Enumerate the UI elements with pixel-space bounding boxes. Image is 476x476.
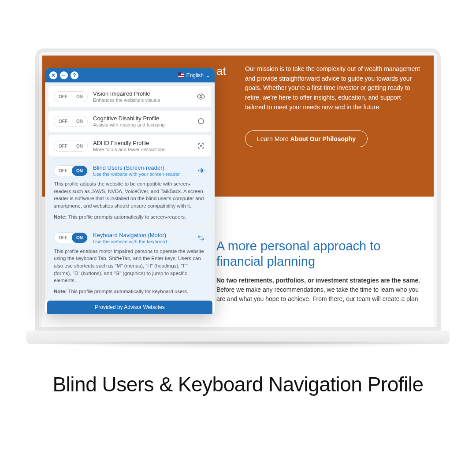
toggle-on[interactable]: ON [72,92,87,102]
svg-rect-5 [201,168,202,173]
toggle-on[interactable]: ON [72,233,87,243]
section-body: No two retirements, portfolios, or inves… [216,276,425,304]
cta-bold: About Our Philosophy [290,135,356,142]
profile-keyboard-navigation[interactable]: OFF ON Keyboard Navigation (Motor) Use t… [48,227,211,298]
profile-description: This profile adjusts the website to be c… [54,180,206,210]
svg-point-1 [198,119,204,124]
toggle-vision[interactable]: OFF ON [54,91,88,102]
profile-note: Note: This profile prompts automatically… [54,289,206,294]
toggle-off[interactable]: OFF [54,166,72,176]
hero-fragment-text: at [216,64,226,78]
toggle-off[interactable]: OFF [54,92,72,102]
toggle-off[interactable]: OFF [54,141,72,151]
language-label: English [186,72,204,78]
profile-description: This profile enables motor-impaired pers… [54,248,206,284]
profile-title: Vision Impaired Profile [93,90,191,97]
circle-icon [196,116,206,126]
eye-icon [196,92,206,101]
audio-icon [196,166,206,175]
profile-blind-users[interactable]: OFF ON Blind Users (Screen-reader) Use t… [48,160,211,224]
profile-vision-impaired[interactable]: OFF ON Vision Impaired Profile Enhances … [48,86,211,107]
section-body-rest: Before we make any recommendations, we t… [216,286,419,302]
accessibility-widget: ✕ ↔ ? English ⌄ OFF ON Vision Impaired P… [45,68,215,314]
profile-sub: Enhances the website's visuals [93,97,191,103]
toggle-off[interactable]: OFF [54,116,72,126]
widget-footer[interactable]: Provided by Advisor Websites [47,301,212,314]
note-text: This profile prompts automatically to sc… [67,214,186,219]
image-caption: Blind Users & Keyboard Navigation Profil… [0,372,476,397]
focus-icon [196,141,206,151]
toggle-cognitive[interactable]: OFF ON [54,116,88,127]
toggle-off[interactable]: OFF [54,233,72,243]
move-icon[interactable]: ↔ [60,71,68,79]
svg-rect-7 [204,170,205,171]
profile-note: Note: This profile prompts automatically… [54,214,206,219]
svg-point-2 [201,145,202,147]
svg-rect-4 [200,169,201,172]
note-label: Note: [54,289,67,294]
svg-point-0 [200,96,202,98]
svg-rect-3 [198,170,199,171]
close-icon[interactable]: ✕ [49,71,57,79]
profile-title: Cognitive Disability Profile [93,115,191,122]
language-selector[interactable]: English ⌄ [178,72,210,78]
flag-us-icon [178,72,184,78]
learn-more-button[interactable]: Learn More About Our Philosophy [245,130,368,147]
chevron-down-icon: ⌄ [206,72,210,78]
toggle-on[interactable]: ON [72,166,87,176]
profile-sub: More focus and fewer distractions [93,147,191,152]
toggle-blind-users[interactable]: OFF ON [54,165,88,176]
profile-title: Keyboard Navigation (Motor) [93,232,191,238]
section-body-bold: No two retirements, portfolios, or inves… [216,277,420,284]
toggle-on[interactable]: ON [72,116,87,126]
profile-title: ADHD Friendly Profile [93,140,191,146]
profile-sub: Assists with reading and focusing [93,122,191,127]
cta-prefix: Learn More [257,135,290,142]
profile-title: Blind Users (Screen-reader) [93,164,191,171]
profile-cognitive-disability[interactable]: OFF ON Cognitive Disability Profile Assi… [48,111,211,132]
section-heading: A more personal approach to financial pl… [216,238,420,269]
widget-header: ✕ ↔ ? English ⌄ [45,68,215,82]
widget-body[interactable]: OFF ON Vision Impaired Profile Enhances … [45,82,215,301]
toggle-adhd[interactable]: OFF ON [54,141,88,152]
profile-adhd-friendly[interactable]: OFF ON ADHD Friendly Profile More focus … [48,135,211,156]
laptop-shadow [26,342,450,350]
toggle-on[interactable]: ON [72,141,87,151]
profile-sub: Use the website with your screen-reader [93,171,191,177]
swap-icon [196,233,206,243]
toggle-keyboard[interactable]: OFF ON [54,232,88,243]
svg-rect-6 [202,169,203,172]
help-icon[interactable]: ? [71,71,78,79]
note-label: Note: [54,214,67,219]
hero-mission-text: Our mission is to take the complexity ou… [245,64,420,112]
profile-sub: Use the website with the keyboard [93,239,191,244]
note-text: This profile prompts automatically for k… [67,289,188,294]
